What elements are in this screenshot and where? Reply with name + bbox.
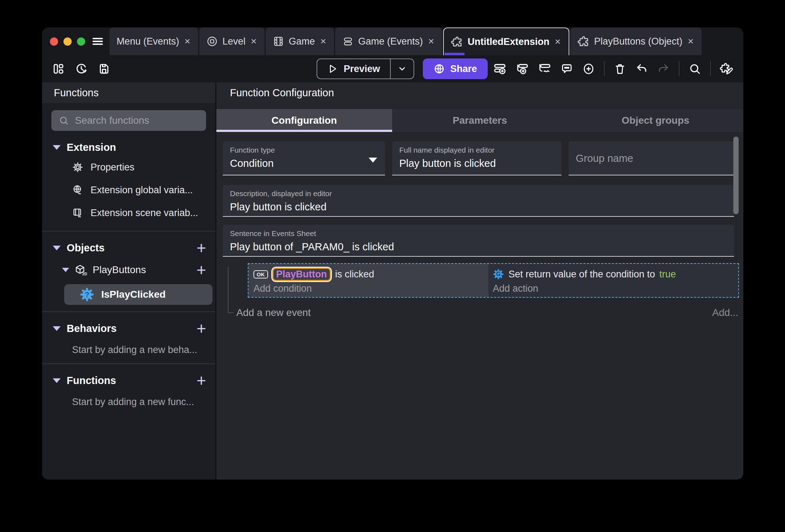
tab-menu-events[interactable]: Menu (Events) × bbox=[109, 27, 198, 55]
condition-instruction[interactable]: OK PlayButton is clicked bbox=[253, 267, 488, 282]
add-event-icon[interactable] bbox=[493, 62, 507, 76]
vertical-scrollbar[interactable] bbox=[733, 137, 739, 214]
share-label: Share bbox=[450, 63, 477, 75]
close-icon[interactable]: × bbox=[250, 36, 257, 47]
save-icon[interactable] bbox=[98, 62, 111, 75]
sidebar-item-extension-scene-variables[interactable]: Extension scene variab... bbox=[42, 201, 215, 224]
collapse-triangle-icon[interactable] bbox=[62, 268, 69, 272]
section-extension[interactable]: Extension bbox=[42, 139, 215, 156]
events-sheet-icon bbox=[342, 36, 354, 47]
description-field[interactable]: Description, displayed in editor bbox=[223, 185, 734, 217]
redo-icon[interactable] bbox=[657, 62, 670, 75]
add-behavior-button[interactable]: + bbox=[196, 322, 206, 335]
function-configuration-panel: Function Configuration Configuration Par… bbox=[216, 82, 743, 480]
tab-object-groups[interactable]: Object groups bbox=[568, 109, 743, 132]
sidebar-title: Functions bbox=[42, 82, 215, 103]
group-name-field[interactable] bbox=[569, 141, 734, 175]
full-name-input[interactable] bbox=[399, 158, 554, 169]
search-functions-box[interactable] bbox=[51, 110, 206, 131]
group-name-input[interactable] bbox=[576, 153, 727, 164]
sidebar-item-extension-global-variables[interactable]: Extension global varia... bbox=[42, 179, 215, 201]
tab-configuration[interactable]: Configuration bbox=[216, 109, 392, 132]
cube-2d-icon: 2D bbox=[74, 264, 87, 276]
close-icon[interactable]: × bbox=[427, 36, 435, 47]
section-divider bbox=[42, 231, 215, 231]
editor-tabs: Menu (Events) × Level × Game × bbox=[109, 27, 703, 55]
preview-button[interactable]: Preview bbox=[317, 59, 390, 78]
window-tab-bar: Menu (Events) × Level × Game × bbox=[42, 27, 743, 55]
full-name-field[interactable]: Full name displayed in editor bbox=[392, 141, 561, 175]
sidebar-item-isplayclicked[interactable]: ? IsPlayClicked bbox=[64, 284, 212, 305]
undo-icon[interactable] bbox=[635, 62, 648, 75]
tab-parameters[interactable]: Parameters bbox=[392, 109, 568, 132]
preview-options-button[interactable] bbox=[391, 59, 414, 78]
add-function-button[interactable]: + bbox=[196, 374, 206, 387]
window-close-button[interactable] bbox=[50, 37, 58, 46]
actions-column: G Set return value of the condition to t… bbox=[488, 264, 738, 297]
action-instruction[interactable]: G Set return value of the condition to t… bbox=[493, 267, 738, 282]
object-group-playbuttons[interactable]: 2D PlayButtons + bbox=[42, 259, 215, 281]
window-minimize-button[interactable] bbox=[63, 37, 72, 46]
play-icon bbox=[327, 63, 338, 74]
main-menu-icon[interactable] bbox=[91, 35, 104, 48]
search-input[interactable] bbox=[75, 115, 199, 126]
sidebar-item-label: Extension global varia... bbox=[91, 185, 193, 196]
project-manager-icon[interactable] bbox=[52, 62, 65, 75]
toolbar-left-group bbox=[52, 62, 111, 75]
add-condition-link[interactable]: Add condition bbox=[253, 283, 488, 294]
add-subevent-icon[interactable] bbox=[515, 62, 529, 76]
sentence-input[interactable] bbox=[230, 241, 727, 253]
function-type-select[interactable]: Function type Condition bbox=[223, 141, 385, 175]
add-object-button[interactable]: + bbox=[196, 241, 206, 254]
collapse-triangle-icon[interactable] bbox=[53, 378, 61, 383]
tab-playbuttons-object[interactable]: PlayButtons (Object) × bbox=[570, 27, 702, 55]
configuration-tabs: Configuration Parameters Object groups bbox=[216, 109, 743, 132]
tab-level[interactable]: Level × bbox=[199, 27, 265, 55]
dropdown-caret-icon bbox=[369, 158, 377, 163]
share-button[interactable]: Share bbox=[423, 58, 488, 79]
preview-label: Preview bbox=[344, 63, 380, 75]
add-action-link[interactable]: Add action bbox=[493, 283, 738, 294]
sentence-field[interactable]: Sentence in Events Sheet bbox=[223, 225, 734, 257]
tab-game[interactable]: Game × bbox=[266, 27, 334, 55]
svg-text:2D: 2D bbox=[82, 272, 87, 276]
add-circle-icon[interactable] bbox=[582, 62, 595, 75]
close-icon[interactable]: × bbox=[554, 36, 561, 47]
toolbar-center-group: Preview Share bbox=[317, 58, 488, 79]
toolbar-divider bbox=[679, 61, 679, 76]
search-icon bbox=[58, 115, 69, 126]
functions-empty-text: Start by adding a new func... bbox=[42, 395, 215, 409]
version-history-icon[interactable] bbox=[75, 62, 88, 75]
collapse-triangle-icon[interactable] bbox=[53, 326, 61, 331]
delete-icon[interactable] bbox=[614, 62, 626, 75]
events-sheet: OK PlayButton is clicked Add condition G… bbox=[216, 263, 743, 480]
add-comment-icon[interactable] bbox=[560, 62, 573, 75]
sidebar-item-properties[interactable]: Properties bbox=[42, 156, 215, 179]
close-icon[interactable]: × bbox=[319, 36, 327, 47]
search-icon[interactable] bbox=[688, 62, 701, 75]
edit-extension-icon[interactable] bbox=[720, 62, 733, 76]
tab-game-events[interactable]: Game (Events) × bbox=[335, 27, 442, 55]
event-selected[interactable]: OK PlayButton is clicked Add condition G… bbox=[248, 263, 739, 298]
add-other-event-icon[interactable] bbox=[538, 62, 551, 76]
panel-title: Function Configuration bbox=[216, 82, 743, 103]
description-input[interactable] bbox=[230, 201, 727, 213]
add-function-to-object-button[interactable]: + bbox=[196, 264, 206, 276]
collapse-triangle-icon[interactable] bbox=[53, 246, 61, 250]
object-reference[interactable]: PlayButton bbox=[272, 268, 331, 281]
chevron-down-icon bbox=[397, 64, 407, 73]
collapse-triangle-icon[interactable] bbox=[53, 145, 61, 150]
close-icon[interactable]: × bbox=[184, 36, 191, 47]
condition-function-icon: ? bbox=[80, 287, 94, 302]
section-behaviors[interactable]: Behaviors + bbox=[42, 320, 215, 337]
section-functions[interactable]: Functions + bbox=[42, 372, 215, 389]
close-icon[interactable]: × bbox=[687, 36, 694, 47]
conditions-column: OK PlayButton is clicked Add condition bbox=[248, 264, 488, 297]
globe-variable-icon bbox=[72, 184, 83, 196]
action-text: Set return value of the condition to bbox=[508, 269, 655, 280]
add-new-event-link[interactable]: Add a new event bbox=[236, 307, 311, 318]
add-more-link[interactable]: Add... bbox=[712, 307, 738, 318]
section-objects[interactable]: Objects + bbox=[42, 239, 215, 256]
tab-untitled-extension[interactable]: UntitledExtension × bbox=[443, 27, 569, 55]
window-zoom-button[interactable] bbox=[77, 37, 85, 46]
